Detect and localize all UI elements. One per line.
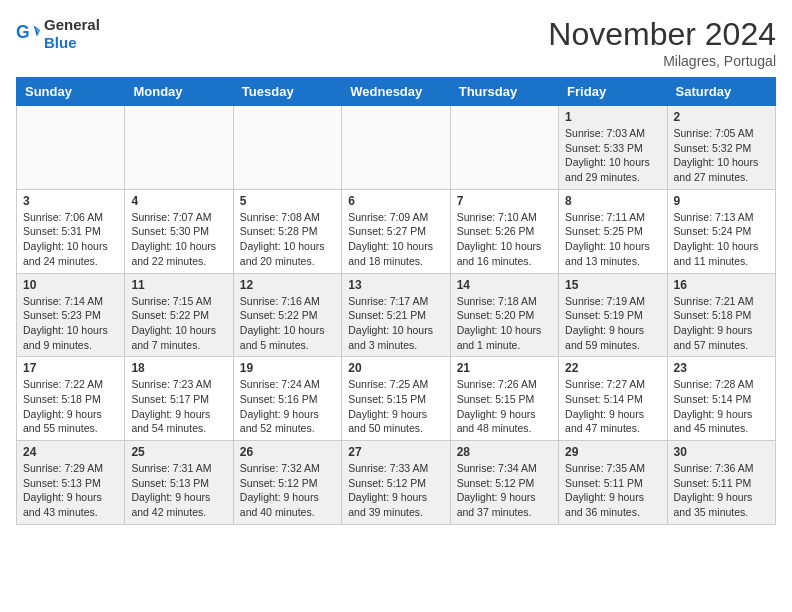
weekday-header: Saturday (667, 78, 775, 106)
day-number: 16 (674, 278, 769, 292)
day-info: Sunrise: 7:14 AMSunset: 5:23 PMDaylight:… (23, 294, 118, 353)
calendar-day-cell: 15Sunrise: 7:19 AMSunset: 5:19 PMDayligh… (559, 273, 667, 357)
day-info: Sunrise: 7:03 AMSunset: 5:33 PMDaylight:… (565, 126, 660, 185)
weekday-header: Friday (559, 78, 667, 106)
calendar-table: SundayMondayTuesdayWednesdayThursdayFrid… (16, 77, 776, 525)
day-info: Sunrise: 7:33 AMSunset: 5:12 PMDaylight:… (348, 461, 443, 520)
weekday-header: Tuesday (233, 78, 341, 106)
day-number: 9 (674, 194, 769, 208)
day-info: Sunrise: 7:16 AMSunset: 5:22 PMDaylight:… (240, 294, 335, 353)
month-title: November 2024 (548, 16, 776, 53)
day-info: Sunrise: 7:18 AMSunset: 5:20 PMDaylight:… (457, 294, 552, 353)
day-number: 10 (23, 278, 118, 292)
calendar-day-cell (17, 106, 125, 190)
day-number: 30 (674, 445, 769, 459)
calendar-day-cell: 14Sunrise: 7:18 AMSunset: 5:20 PMDayligh… (450, 273, 558, 357)
day-info: Sunrise: 7:35 AMSunset: 5:11 PMDaylight:… (565, 461, 660, 520)
page-header: G General Blue November 2024 Milagres, P… (16, 16, 776, 69)
day-info: Sunrise: 7:34 AMSunset: 5:12 PMDaylight:… (457, 461, 552, 520)
day-info: Sunrise: 7:08 AMSunset: 5:28 PMDaylight:… (240, 210, 335, 269)
day-info: Sunrise: 7:11 AMSunset: 5:25 PMDaylight:… (565, 210, 660, 269)
day-info: Sunrise: 7:31 AMSunset: 5:13 PMDaylight:… (131, 461, 226, 520)
day-number: 6 (348, 194, 443, 208)
calendar-week-row: 24Sunrise: 7:29 AMSunset: 5:13 PMDayligh… (17, 441, 776, 525)
calendar-day-cell: 3Sunrise: 7:06 AMSunset: 5:31 PMDaylight… (17, 189, 125, 273)
calendar-week-row: 17Sunrise: 7:22 AMSunset: 5:18 PMDayligh… (17, 357, 776, 441)
day-info: Sunrise: 7:09 AMSunset: 5:27 PMDaylight:… (348, 210, 443, 269)
day-number: 7 (457, 194, 552, 208)
day-info: Sunrise: 7:23 AMSunset: 5:17 PMDaylight:… (131, 377, 226, 436)
calendar-day-cell: 26Sunrise: 7:32 AMSunset: 5:12 PMDayligh… (233, 441, 341, 525)
calendar-day-cell: 12Sunrise: 7:16 AMSunset: 5:22 PMDayligh… (233, 273, 341, 357)
day-number: 12 (240, 278, 335, 292)
day-info: Sunrise: 7:24 AMSunset: 5:16 PMDaylight:… (240, 377, 335, 436)
calendar-day-cell: 2Sunrise: 7:05 AMSunset: 5:32 PMDaylight… (667, 106, 775, 190)
day-info: Sunrise: 7:15 AMSunset: 5:22 PMDaylight:… (131, 294, 226, 353)
weekday-header: Monday (125, 78, 233, 106)
day-number: 1 (565, 110, 660, 124)
day-info: Sunrise: 7:17 AMSunset: 5:21 PMDaylight:… (348, 294, 443, 353)
day-info: Sunrise: 7:27 AMSunset: 5:14 PMDaylight:… (565, 377, 660, 436)
day-info: Sunrise: 7:22 AMSunset: 5:18 PMDaylight:… (23, 377, 118, 436)
day-number: 17 (23, 361, 118, 375)
calendar-day-cell: 10Sunrise: 7:14 AMSunset: 5:23 PMDayligh… (17, 273, 125, 357)
location: Milagres, Portugal (548, 53, 776, 69)
calendar-day-cell: 17Sunrise: 7:22 AMSunset: 5:18 PMDayligh… (17, 357, 125, 441)
day-info: Sunrise: 7:10 AMSunset: 5:26 PMDaylight:… (457, 210, 552, 269)
calendar-day-cell: 30Sunrise: 7:36 AMSunset: 5:11 PMDayligh… (667, 441, 775, 525)
calendar-header-row: SundayMondayTuesdayWednesdayThursdayFrid… (17, 78, 776, 106)
day-info: Sunrise: 7:28 AMSunset: 5:14 PMDaylight:… (674, 377, 769, 436)
day-number: 20 (348, 361, 443, 375)
calendar-day-cell: 18Sunrise: 7:23 AMSunset: 5:17 PMDayligh… (125, 357, 233, 441)
calendar-day-cell: 27Sunrise: 7:33 AMSunset: 5:12 PMDayligh… (342, 441, 450, 525)
calendar-day-cell: 8Sunrise: 7:11 AMSunset: 5:25 PMDaylight… (559, 189, 667, 273)
day-number: 18 (131, 361, 226, 375)
day-number: 26 (240, 445, 335, 459)
day-info: Sunrise: 7:07 AMSunset: 5:30 PMDaylight:… (131, 210, 226, 269)
calendar-day-cell: 1Sunrise: 7:03 AMSunset: 5:33 PMDaylight… (559, 106, 667, 190)
weekday-header: Wednesday (342, 78, 450, 106)
calendar-day-cell: 16Sunrise: 7:21 AMSunset: 5:18 PMDayligh… (667, 273, 775, 357)
day-info: Sunrise: 7:32 AMSunset: 5:12 PMDaylight:… (240, 461, 335, 520)
calendar-day-cell: 29Sunrise: 7:35 AMSunset: 5:11 PMDayligh… (559, 441, 667, 525)
calendar-day-cell: 6Sunrise: 7:09 AMSunset: 5:27 PMDaylight… (342, 189, 450, 273)
calendar-day-cell: 19Sunrise: 7:24 AMSunset: 5:16 PMDayligh… (233, 357, 341, 441)
day-number: 19 (240, 361, 335, 375)
day-info: Sunrise: 7:29 AMSunset: 5:13 PMDaylight:… (23, 461, 118, 520)
calendar-day-cell (342, 106, 450, 190)
calendar-day-cell: 9Sunrise: 7:13 AMSunset: 5:24 PMDaylight… (667, 189, 775, 273)
logo-blue: Blue (44, 34, 77, 51)
calendar-day-cell: 7Sunrise: 7:10 AMSunset: 5:26 PMDaylight… (450, 189, 558, 273)
calendar-day-cell: 22Sunrise: 7:27 AMSunset: 5:14 PMDayligh… (559, 357, 667, 441)
calendar-day-cell (450, 106, 558, 190)
day-info: Sunrise: 7:13 AMSunset: 5:24 PMDaylight:… (674, 210, 769, 269)
calendar-day-cell (233, 106, 341, 190)
day-number: 29 (565, 445, 660, 459)
day-info: Sunrise: 7:21 AMSunset: 5:18 PMDaylight:… (674, 294, 769, 353)
day-info: Sunrise: 7:05 AMSunset: 5:32 PMDaylight:… (674, 126, 769, 185)
svg-text:G: G (16, 22, 30, 42)
day-number: 13 (348, 278, 443, 292)
day-number: 2 (674, 110, 769, 124)
day-info: Sunrise: 7:19 AMSunset: 5:19 PMDaylight:… (565, 294, 660, 353)
calendar-day-cell: 25Sunrise: 7:31 AMSunset: 5:13 PMDayligh… (125, 441, 233, 525)
day-info: Sunrise: 7:36 AMSunset: 5:11 PMDaylight:… (674, 461, 769, 520)
logo-general: General (44, 16, 100, 33)
day-number: 23 (674, 361, 769, 375)
calendar-day-cell: 4Sunrise: 7:07 AMSunset: 5:30 PMDaylight… (125, 189, 233, 273)
day-number: 5 (240, 194, 335, 208)
calendar-day-cell: 21Sunrise: 7:26 AMSunset: 5:15 PMDayligh… (450, 357, 558, 441)
calendar-week-row: 1Sunrise: 7:03 AMSunset: 5:33 PMDaylight… (17, 106, 776, 190)
calendar-week-row: 3Sunrise: 7:06 AMSunset: 5:31 PMDaylight… (17, 189, 776, 273)
day-number: 24 (23, 445, 118, 459)
day-number: 14 (457, 278, 552, 292)
weekday-header: Sunday (17, 78, 125, 106)
logo-icon: G (16, 22, 40, 46)
day-number: 11 (131, 278, 226, 292)
day-number: 8 (565, 194, 660, 208)
calendar-day-cell: 13Sunrise: 7:17 AMSunset: 5:21 PMDayligh… (342, 273, 450, 357)
calendar-day-cell (125, 106, 233, 190)
calendar-day-cell: 28Sunrise: 7:34 AMSunset: 5:12 PMDayligh… (450, 441, 558, 525)
day-number: 3 (23, 194, 118, 208)
logo-text: General Blue (44, 16, 100, 52)
